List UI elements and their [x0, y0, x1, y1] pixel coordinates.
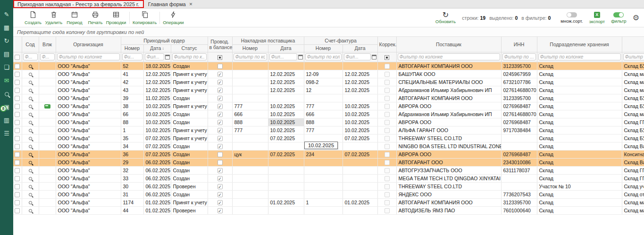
modules-icon[interactable]: ▦ [4, 25, 9, 31]
magnifier-icon[interactable] [29, 129, 32, 132]
magnifier-icon[interactable] [29, 105, 32, 108]
magnifier-icon[interactable] [29, 121, 32, 124]
correction-checkbox[interactable] [385, 176, 390, 181]
magnifier-icon[interactable] [29, 89, 32, 92]
calendar-icon[interactable] [372, 55, 376, 59]
edit-icon[interactable]: ✎ [4, 11, 9, 17]
correction-checkbox[interactable] [385, 152, 390, 157]
header-correction[interactable]: Коррек... [377, 37, 396, 52]
filter-toggle[interactable] [613, 12, 624, 17]
supplier-invoice-number-filter-input[interactable] [234, 53, 267, 60]
supplier-filter-input[interactable] [398, 53, 500, 60]
supplier-invoice-date-filter-input[interactable] [269, 53, 297, 60]
reports-icon[interactable]: ▥ [4, 117, 9, 123]
export-button[interactable]: X экспорт [589, 12, 605, 24]
table-row[interactable]: ООО "Альфа"5218.02.2025СозданАВТОГАРАНТ … [13, 62, 644, 70]
correction-checkbox[interactable] [385, 80, 390, 85]
folder-icon[interactable]: ❏ [4, 64, 9, 70]
magnifier-icon[interactable] [29, 65, 32, 68]
warehouse-filter-input[interactable] [623, 53, 644, 60]
magnifier-icon[interactable] [29, 177, 32, 180]
in-balance-checkbox[interactable]: ✓ [217, 96, 223, 101]
table-row[interactable]: ООО "Альфа"3810.02.2025Принят к учету✓77… [13, 102, 644, 110]
magnifier-icon[interactable] [29, 97, 32, 100]
header-factura-date[interactable]: Дата [343, 44, 377, 52]
header-supplier-invoice-number[interactable]: Номер [232, 44, 268, 52]
in-balance-checkbox[interactable] [217, 64, 223, 69]
correction-checkbox[interactable] [385, 136, 390, 141]
correction-filter-checkbox[interactable] [385, 55, 389, 60]
in-balance-checkbox[interactable]: ✓ [217, 168, 223, 173]
table-row[interactable]: ООО "Альфа"117401.02.2025Принят к учету✓… [13, 198, 644, 206]
row-select-checkbox[interactable] [15, 72, 20, 77]
order-date-filter-input[interactable] [145, 53, 164, 60]
correction-checkbox[interactable] [385, 96, 390, 101]
row-select-checkbox[interactable] [15, 112, 20, 117]
row-select-checkbox[interactable] [15, 144, 20, 149]
table-row[interactable]: ООО "Альфа"110.02.2025Принят к учету✓777… [13, 126, 644, 134]
copy-button[interactable]: Копировать [133, 11, 157, 25]
magnifier-icon[interactable] [29, 201, 32, 204]
multisort-toggle[interactable] [567, 12, 577, 17]
mail-icon[interactable]: ✉ [4, 77, 9, 84]
magnifier-icon[interactable] [29, 185, 32, 188]
settings-gear-icon[interactable]: ⚙ [633, 14, 639, 22]
row-select-checkbox[interactable] [15, 168, 20, 173]
header-supplier[interactable]: Поставщик [396, 37, 501, 52]
delete-button[interactable]: Удалить [43, 11, 64, 25]
header-inn[interactable]: ИНН [501, 37, 537, 52]
tab-main-form[interactable]: Главная форма ✕ [144, 0, 197, 8]
search-icon[interactable] [5, 91, 9, 97]
correction-checkbox[interactable] [385, 200, 390, 205]
calendar-icon[interactable] [298, 55, 303, 59]
header-sod[interactable]: Сод [22, 37, 39, 52]
period-button[interactable]: Период [64, 11, 85, 25]
table-row[interactable]: ООО "Альфа"3507.02.2025Принят к учету✓07… [13, 134, 644, 142]
correction-checkbox[interactable] [385, 88, 390, 93]
select-all-checkbox[interactable] [15, 55, 20, 60]
table-row[interactable]: ООО "Альфа"3006.02.2025Проверен✓THREEWAY… [13, 182, 644, 190]
row-select-checkbox[interactable] [15, 104, 20, 109]
factura-date-filter-input[interactable] [344, 53, 371, 60]
calendar-icon[interactable] [165, 55, 170, 59]
in-balance-checkbox[interactable]: ✓ [217, 200, 223, 205]
in-balance-checkbox[interactable]: ✓ [217, 120, 223, 125]
correction-checkbox[interactable] [385, 64, 390, 69]
magnifier-icon[interactable] [29, 153, 32, 156]
correction-checkbox[interactable] [385, 72, 390, 77]
in-balance-filter-checkbox[interactable] [217, 55, 222, 60]
magnifier-icon[interactable] [29, 169, 32, 172]
row-select-checkbox[interactable] [15, 88, 20, 93]
vlozh-filter-input[interactable] [40, 53, 55, 60]
in-balance-checkbox[interactable] [217, 160, 223, 165]
header-vlozh[interactable]: Влж [39, 37, 56, 52]
table-row[interactable]: ООО "Альфа"8810.02.2025Создан✓88810.02.2… [13, 118, 644, 126]
in-balance-checkbox[interactable]: ✓ [217, 128, 223, 133]
header-warehouse[interactable] [622, 37, 644, 52]
header-order-date[interactable]: Дата↓ [143, 44, 171, 52]
subdivision-filter-input[interactable] [538, 53, 621, 60]
table-row[interactable]: ООО "Альфа"2906.02.2025СозданАВТОГАРАНТ … [13, 158, 644, 166]
in-balance-checkbox[interactable]: ✓ [217, 80, 223, 85]
correction-checkbox[interactable] [385, 144, 390, 149]
in-balance-checkbox[interactable]: ✓ [217, 112, 223, 117]
header-supplier-invoice-date[interactable]: Дата [268, 44, 304, 52]
row-select-checkbox[interactable] [15, 176, 20, 181]
sync-icon[interactable]: ↻ [4, 38, 9, 44]
header-status[interactable]: Статус [171, 44, 208, 52]
menu-icon[interactable]: ☰ [4, 130, 9, 136]
in-balance-checkbox[interactable]: ✓ [217, 144, 223, 149]
header-order-number[interactable]: Номер [121, 44, 143, 52]
magnifier-icon[interactable] [29, 145, 32, 148]
in-balance-checkbox[interactable]: ✓ [217, 176, 223, 181]
correction-checkbox[interactable] [385, 112, 390, 117]
row-select-checkbox[interactable] [15, 208, 20, 213]
in-balance-checkbox[interactable]: ✓ [217, 136, 223, 141]
in-balance-checkbox[interactable]: ✓ [217, 104, 223, 109]
table-row[interactable]: ООО "Альфа"6610.02.2025Создан✓66610.02.2… [13, 110, 644, 118]
in-balance-checkbox[interactable] [217, 152, 223, 157]
row-select-checkbox[interactable] [15, 120, 20, 125]
correction-checkbox[interactable] [385, 128, 390, 133]
correction-checkbox[interactable] [385, 192, 390, 197]
table-row[interactable]: ООО "Альфа"4401.02.2025Проверен✓АВТОДИЗЕ… [13, 206, 644, 214]
